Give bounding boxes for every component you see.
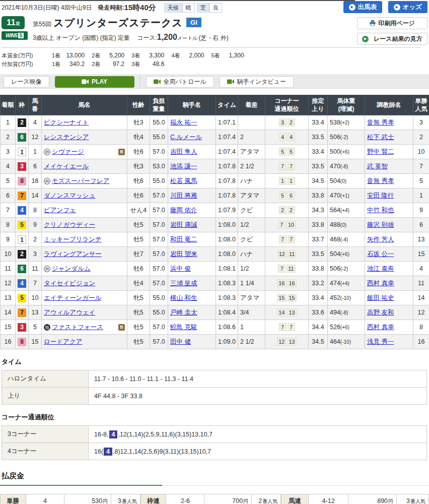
margin: アタマ: [238, 291, 265, 305]
waku-badge: 4: [18, 206, 26, 215]
trainer-link[interactable]: 音無 秀孝: [367, 119, 394, 126]
horse-link[interactable]: アウィルアウェイ: [44, 308, 95, 317]
jockey-link[interactable]: 池添 謙一: [170, 163, 197, 170]
video-camera-icon: [154, 79, 161, 84]
corner-table: 3コーナー16-8,4,12(1,14)(2,5,9,11,6)(3,15)13…: [2, 425, 427, 460]
horse-link[interactable]: クリノガウディー: [44, 221, 95, 229]
trainer-link[interactable]: 池江 泰寿: [367, 265, 394, 272]
jockey-link[interactable]: 横山 和生: [170, 294, 197, 301]
corner-position: 7: [279, 162, 287, 170]
print-page-button[interactable]: 印刷用ページ: [357, 17, 427, 29]
result-row: 14713アウィルアウェイ牝555.0戸崎 圭太1:08.43/4141333.…: [1, 305, 429, 320]
play-button[interactable]: PLAY: [55, 76, 134, 88]
trainer-link[interactable]: 飯田 祐史: [367, 294, 394, 301]
horse-link[interactable]: エイティーンガール: [44, 294, 102, 302]
sex-age: 牡7: [127, 247, 150, 262]
finish-time: 1:07.4: [216, 130, 238, 145]
jockey-link[interactable]: 福永 祐一: [170, 119, 197, 126]
horse-link[interactable]: ジャンダルム: [52, 265, 91, 273]
trainer-link[interactable]: 藤沢 則雄: [367, 221, 394, 228]
popularity: 3番人気: [111, 494, 140, 504]
trainer-link[interactable]: 高野 友和: [367, 309, 394, 316]
jockey-link[interactable]: 吉田 隼人: [170, 148, 197, 155]
entries-button[interactable]: ▶出馬表: [343, 1, 383, 13]
jockey-link[interactable]: C.ルメール: [170, 134, 202, 141]
jockey-link[interactable]: 戸崎 圭太: [170, 309, 197, 316]
carried-weight: 57.0: [150, 188, 168, 203]
finish-position: 10: [1, 247, 16, 262]
trainer-link[interactable]: 松下 武士: [367, 134, 394, 141]
sex-age: 牡6: [127, 188, 150, 203]
yen-suffix: 円: [103, 498, 108, 504]
race-video-button[interactable]: レース映像: [4, 76, 49, 88]
margin: 2: [238, 130, 265, 145]
trainer-link[interactable]: 安田 隆行: [367, 192, 394, 199]
corner-positions: 711: [265, 262, 309, 276]
margin: 2 1/2: [238, 335, 265, 349]
horse-link[interactable]: ロードアクア: [44, 338, 82, 346]
win5-badge: WIN55: [2, 31, 28, 40]
horse-link[interactable]: タイセイビジョン: [44, 279, 95, 288]
prize-place-label: 3着: [131, 61, 140, 67]
trainer-cell: 音無 秀孝: [365, 174, 413, 188]
horse-link[interactable]: モズスーパーフレア: [52, 177, 110, 185]
horse-link[interactable]: シヴァージ: [52, 148, 84, 156]
result-row: 13510エイティーンガール牝555.0横山 和生1:08.3アタマ151533…: [1, 291, 429, 305]
horse-link[interactable]: ピクシーナイト: [44, 118, 89, 127]
sex-age: 牝5: [127, 305, 150, 320]
trainer-link[interactable]: 野中 賢二: [367, 148, 394, 155]
horse-link[interactable]: ファストフォース: [52, 323, 103, 332]
jockey-link[interactable]: 田中 健: [170, 338, 191, 345]
jockey-link[interactable]: 鮫島 克駿: [170, 324, 197, 331]
trainer-link[interactable]: 西村 真幸: [367, 280, 394, 287]
trainer-link[interactable]: 音無 秀孝: [367, 177, 394, 184]
last-3f: 33.5: [309, 159, 328, 174]
corner-positions: 1515: [265, 291, 309, 305]
trainer-link[interactable]: 西村 真幸: [367, 324, 394, 331]
jockey-link[interactable]: 川田 将雅: [170, 192, 197, 199]
sex-age: 牝3: [127, 159, 150, 174]
corner-position: 7: [278, 265, 285, 273]
arrow-circle-icon: ▶: [349, 4, 355, 11]
jockey-link[interactable]: 松若 風馬: [170, 177, 197, 184]
result-guide-button[interactable]: ▶ レース結果の見方: [357, 33, 427, 45]
odds-button[interactable]: ▶オッズ: [388, 1, 427, 13]
trainer-link[interactable]: 石坂 公一: [367, 250, 394, 258]
corner-position: 13: [288, 338, 297, 346]
horse-weight: 538(+2): [328, 115, 365, 130]
trainer-link[interactable]: 武 英智: [367, 163, 388, 170]
sex-age: 牡3: [127, 115, 150, 130]
jockey-link[interactable]: 和田 竜二: [170, 236, 197, 243]
horse-link[interactable]: レシステンシア: [44, 133, 89, 142]
patrol-video-button[interactable]: 全周パトロール: [146, 76, 214, 88]
race-number-badge: 11R: [2, 16, 25, 29]
carried-weight: 53.0: [150, 159, 168, 174]
corner-position: 11: [288, 250, 296, 258]
horse-link[interactable]: ビアンフェ: [44, 206, 76, 215]
horse-link[interactable]: ミッキーブリランテ: [44, 235, 102, 244]
horse-link[interactable]: ダノンスマッシュ: [44, 192, 95, 200]
sex-age: 牡4: [127, 276, 150, 291]
horse-link[interactable]: ラヴィングアンサー: [44, 250, 102, 259]
horse-link[interactable]: メイケイエール: [44, 162, 89, 171]
finish-position: 4: [1, 159, 16, 174]
course-unit: メートル: [177, 35, 198, 41]
jockey-link[interactable]: 藤岡 佑介: [170, 207, 197, 214]
jockey-link[interactable]: 岩田 望来: [170, 250, 197, 258]
jockey-link[interactable]: 浜中 俊: [170, 265, 191, 272]
trainer-link[interactable]: 浅見 秀一: [367, 338, 394, 345]
jockey-interview-button[interactable]: 騎手インタビュー: [220, 76, 294, 88]
video-camera-icon: [82, 79, 89, 84]
jockey-link[interactable]: 岩田 康誠: [170, 221, 197, 228]
corner-position: 5: [279, 148, 287, 156]
trainer-link[interactable]: 中竹 和也: [367, 207, 394, 214]
corner-position: 5: [288, 148, 295, 156]
last-3f: 34.5: [309, 335, 328, 349]
finish-time: 1:08.6: [216, 320, 238, 335]
jockey-link[interactable]: 三浦 皇成: [170, 280, 197, 287]
win-favorite-rank: 1: [413, 188, 429, 203]
trainer-link[interactable]: 矢作 芳人: [367, 236, 394, 243]
last-3f: 34.4: [309, 320, 328, 335]
waku-cell: 3: [16, 159, 29, 174]
trainer-cell: 飯田 祐史: [365, 291, 413, 305]
